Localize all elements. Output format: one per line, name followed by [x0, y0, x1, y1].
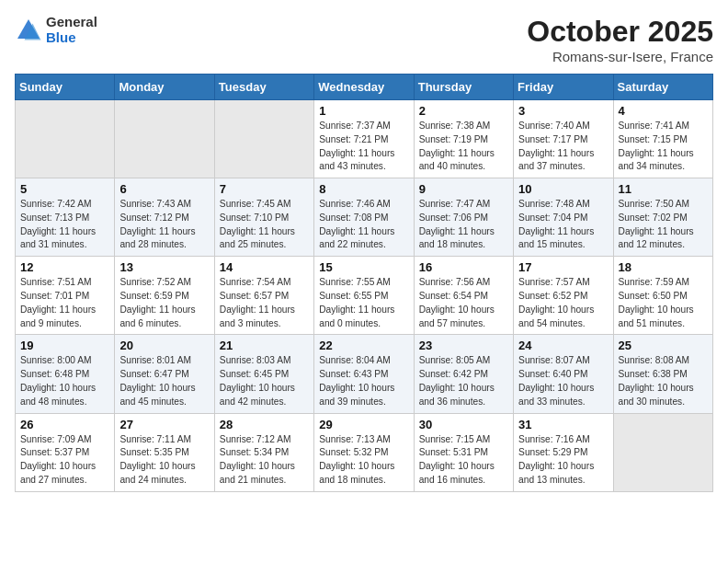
day-info: Sunrise: 7:57 AM Sunset: 6:52 PM Dayligh…: [518, 276, 608, 330]
calendar-week-row: 1Sunrise: 7:37 AM Sunset: 7:21 PM Daylig…: [16, 100, 713, 178]
calendar-cell: 10Sunrise: 7:48 AM Sunset: 7:04 PM Dayli…: [514, 178, 613, 257]
day-number: 2: [419, 104, 508, 118]
location-subtitle: Romans-sur-Isere, France: [527, 49, 713, 64]
calendar-cell: [115, 100, 214, 178]
day-info: Sunrise: 7:50 AM Sunset: 7:02 PM Dayligh…: [619, 198, 708, 252]
day-info: Sunrise: 7:15 AM Sunset: 5:31 PM Dayligh…: [419, 433, 508, 488]
calendar-cell: [16, 100, 115, 178]
day-info: Sunrise: 8:01 AM Sunset: 6:47 PM Dayligh…: [119, 354, 209, 408]
day-number: 30: [419, 418, 508, 431]
calendar-cell: 5Sunrise: 7:42 AM Sunset: 7:13 PM Daylig…: [16, 178, 115, 257]
day-info: Sunrise: 7:13 AM Sunset: 5:32 PM Dayligh…: [319, 433, 408, 488]
day-number: 11: [619, 182, 708, 196]
day-number: 16: [419, 260, 508, 274]
day-info: Sunrise: 7:09 AM Sunset: 5:37 PM Dayligh…: [20, 433, 109, 488]
day-info: Sunrise: 7:59 AM Sunset: 6:50 PM Dayligh…: [619, 276, 708, 330]
calendar-header-monday: Monday: [115, 75, 214, 100]
day-number: 9: [419, 182, 508, 196]
calendar-cell: 17Sunrise: 7:57 AM Sunset: 6:52 PM Dayli…: [514, 257, 613, 335]
day-number: 19: [20, 339, 109, 352]
logo-blue-text: Blue: [46, 30, 97, 46]
calendar-week-row: 5Sunrise: 7:42 AM Sunset: 7:13 PM Daylig…: [16, 178, 713, 257]
day-info: Sunrise: 7:11 AM Sunset: 5:35 PM Dayligh…: [119, 433, 209, 488]
day-number: 20: [119, 339, 209, 352]
header: General Blue October 2025 Romans-sur-Ise…: [15, 15, 713, 64]
month-title: October 2025: [527, 15, 713, 49]
day-info: Sunrise: 7:42 AM Sunset: 7:13 PM Dayligh…: [20, 198, 109, 252]
day-number: 12: [20, 260, 109, 274]
calendar-cell: 27Sunrise: 7:11 AM Sunset: 5:35 PM Dayli…: [115, 413, 214, 491]
day-info: Sunrise: 7:12 AM Sunset: 5:34 PM Dayligh…: [220, 433, 309, 488]
day-number: 3: [518, 104, 608, 118]
calendar-cell: 23Sunrise: 8:05 AM Sunset: 6:42 PM Dayli…: [414, 335, 513, 413]
day-number: 26: [20, 418, 109, 431]
calendar-cell: [214, 100, 313, 178]
day-info: Sunrise: 7:51 AM Sunset: 7:01 PM Dayligh…: [20, 276, 109, 330]
calendar-week-row: 26Sunrise: 7:09 AM Sunset: 5:37 PM Dayli…: [16, 413, 713, 491]
day-number: 7: [220, 182, 309, 196]
day-info: Sunrise: 8:08 AM Sunset: 6:38 PM Dayligh…: [619, 354, 708, 408]
title-area: October 2025 Romans-sur-Isere, France: [527, 15, 713, 64]
day-number: 22: [319, 339, 408, 352]
calendar-cell: 8Sunrise: 7:46 AM Sunset: 7:08 PM Daylig…: [314, 178, 414, 257]
day-number: 24: [518, 339, 608, 352]
day-info: Sunrise: 7:37 AM Sunset: 7:21 PM Dayligh…: [319, 120, 408, 174]
calendar-cell: 18Sunrise: 7:59 AM Sunset: 6:50 PM Dayli…: [613, 257, 712, 335]
day-number: 14: [220, 260, 309, 274]
day-number: 23: [419, 339, 508, 352]
calendar-week-row: 12Sunrise: 7:51 AM Sunset: 7:01 PM Dayli…: [16, 257, 713, 335]
day-number: 31: [518, 418, 608, 431]
calendar-cell: 4Sunrise: 7:41 AM Sunset: 7:15 PM Daylig…: [613, 100, 712, 178]
day-number: 4: [619, 104, 708, 118]
day-number: 6: [119, 182, 209, 196]
day-info: Sunrise: 7:38 AM Sunset: 7:19 PM Dayligh…: [419, 120, 508, 174]
calendar-cell: 26Sunrise: 7:09 AM Sunset: 5:37 PM Dayli…: [16, 413, 115, 491]
calendar-cell: 13Sunrise: 7:52 AM Sunset: 6:59 PM Dayli…: [115, 257, 214, 335]
day-info: Sunrise: 7:52 AM Sunset: 6:59 PM Dayligh…: [119, 276, 209, 330]
calendar-cell: 30Sunrise: 7:15 AM Sunset: 5:31 PM Dayli…: [414, 413, 513, 491]
calendar-cell: 28Sunrise: 7:12 AM Sunset: 5:34 PM Dayli…: [214, 413, 313, 491]
calendar-cell: 19Sunrise: 8:00 AM Sunset: 6:48 PM Dayli…: [16, 335, 115, 413]
day-info: Sunrise: 7:46 AM Sunset: 7:08 PM Dayligh…: [319, 198, 408, 252]
day-info: Sunrise: 7:45 AM Sunset: 7:10 PM Dayligh…: [220, 198, 309, 252]
calendar-cell: 16Sunrise: 7:56 AM Sunset: 6:54 PM Dayli…: [414, 257, 513, 335]
day-number: 18: [619, 260, 708, 274]
calendar-cell: 12Sunrise: 7:51 AM Sunset: 7:01 PM Dayli…: [16, 257, 115, 335]
calendar-cell: 15Sunrise: 7:55 AM Sunset: 6:55 PM Dayli…: [314, 257, 414, 335]
day-info: Sunrise: 7:54 AM Sunset: 6:57 PM Dayligh…: [220, 276, 309, 330]
day-number: 28: [220, 418, 309, 431]
calendar-cell: 22Sunrise: 8:04 AM Sunset: 6:43 PM Dayli…: [314, 335, 414, 413]
calendar-cell: 3Sunrise: 7:40 AM Sunset: 7:17 PM Daylig…: [514, 100, 613, 178]
day-number: 10: [518, 182, 608, 196]
day-number: 25: [619, 339, 708, 352]
day-info: Sunrise: 7:55 AM Sunset: 6:55 PM Dayligh…: [319, 276, 408, 330]
day-number: 5: [20, 182, 109, 196]
calendar-header-thursday: Thursday: [414, 75, 513, 100]
day-info: Sunrise: 7:47 AM Sunset: 7:06 PM Dayligh…: [419, 198, 508, 252]
day-number: 29: [319, 418, 408, 431]
logo-icon: [15, 17, 42, 44]
day-number: 13: [119, 260, 209, 274]
calendar-header-wednesday: Wednesday: [314, 75, 414, 100]
day-info: Sunrise: 7:56 AM Sunset: 6:54 PM Dayligh…: [419, 276, 508, 330]
day-info: Sunrise: 8:00 AM Sunset: 6:48 PM Dayligh…: [20, 354, 109, 408]
calendar-cell: 6Sunrise: 7:43 AM Sunset: 7:12 PM Daylig…: [115, 178, 214, 257]
calendar-cell: 7Sunrise: 7:45 AM Sunset: 7:10 PM Daylig…: [214, 178, 313, 257]
day-number: 15: [319, 260, 408, 274]
calendar-cell: 25Sunrise: 8:08 AM Sunset: 6:38 PM Dayli…: [613, 335, 712, 413]
calendar-week-row: 19Sunrise: 8:00 AM Sunset: 6:48 PM Dayli…: [16, 335, 713, 413]
day-info: Sunrise: 8:07 AM Sunset: 6:40 PM Dayligh…: [518, 354, 608, 408]
day-info: Sunrise: 8:03 AM Sunset: 6:45 PM Dayligh…: [220, 354, 309, 408]
day-info: Sunrise: 8:05 AM Sunset: 6:42 PM Dayligh…: [419, 354, 508, 408]
day-number: 8: [319, 182, 408, 196]
day-info: Sunrise: 7:48 AM Sunset: 7:04 PM Dayligh…: [518, 198, 608, 252]
day-info: Sunrise: 7:40 AM Sunset: 7:17 PM Dayligh…: [518, 120, 608, 174]
logo: General Blue: [15, 15, 97, 45]
calendar-table: SundayMondayTuesdayWednesdayThursdayFrid…: [15, 74, 713, 492]
day-number: 21: [220, 339, 309, 352]
calendar-cell: 9Sunrise: 7:47 AM Sunset: 7:06 PM Daylig…: [414, 178, 513, 257]
calendar-cell: [613, 413, 712, 491]
day-number: 27: [119, 418, 209, 431]
calendar-header-row: SundayMondayTuesdayWednesdayThursdayFrid…: [16, 75, 713, 100]
calendar-header-saturday: Saturday: [613, 75, 712, 100]
